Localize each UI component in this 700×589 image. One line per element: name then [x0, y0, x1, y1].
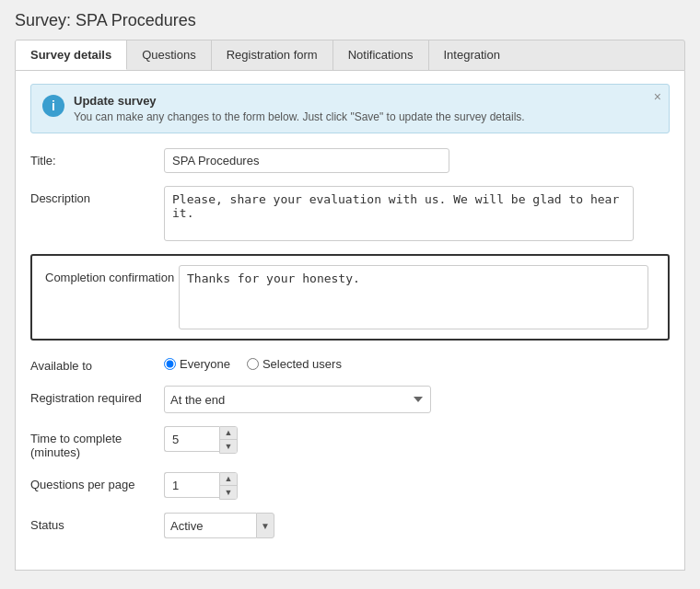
radio-everyone-input[interactable]	[164, 358, 176, 370]
completion-label: Completion confirmation	[45, 265, 179, 284]
available-label: Available to	[30, 353, 164, 373]
description-textarea[interactable]: Please, share your evaluation with us. W…	[164, 186, 634, 241]
questions-input[interactable]	[164, 472, 219, 498]
banner-message: You can make any changes to the form bel…	[74, 110, 525, 123]
radio-selected-users[interactable]: Selected users	[247, 357, 342, 371]
registration-row: Registration required At the end At the …	[30, 386, 670, 413]
tab-notifications[interactable]: Notifications	[333, 40, 429, 70]
tab-registration-form[interactable]: Registration form	[212, 40, 333, 70]
status-select-wrapper: Active Inactive ▼	[164, 513, 274, 538]
radio-everyone-label: Everyone	[180, 357, 230, 371]
registration-label: Registration required	[30, 386, 164, 405]
radio-everyone[interactable]: Everyone	[164, 357, 230, 371]
status-label: Status	[30, 513, 164, 532]
tab-survey-details[interactable]: Survey details	[16, 40, 127, 70]
title-label: Title:	[30, 148, 164, 167]
info-text: Update survey You can make any changes t…	[74, 94, 525, 123]
content-area: i Update survey You can make any changes…	[15, 71, 685, 571]
questions-up-button[interactable]: ▲	[220, 473, 237, 486]
page-wrapper: Survey: SPA Procedures Survey details Qu…	[0, 0, 700, 582]
questions-label: Questions per page	[30, 472, 164, 491]
time-row: Time to complete(minutes) ▲ ▼	[30, 426, 670, 459]
status-select[interactable]: Active Inactive	[164, 513, 256, 538]
tabs-bar: Survey details Questions Registration fo…	[15, 40, 685, 71]
tab-questions[interactable]: Questions	[127, 40, 212, 70]
title-input[interactable]	[164, 148, 449, 173]
completion-section: Completion confirmation Thanks for your …	[30, 254, 670, 341]
info-icon: i	[42, 95, 64, 117]
banner-title: Update survey	[74, 94, 525, 108]
time-label: Time to complete(minutes)	[30, 426, 164, 459]
status-row: Status Active Inactive ▼	[30, 513, 670, 538]
questions-spinner-buttons: ▲ ▼	[219, 472, 238, 500]
close-banner-button[interactable]: ×	[654, 90, 661, 103]
available-to-row: Available to Everyone Selected users	[30, 353, 670, 373]
status-dropdown-arrow[interactable]: ▼	[256, 513, 274, 538]
info-banner: i Update survey You can make any changes…	[30, 84, 670, 133]
title-row: Title:	[30, 148, 670, 173]
time-spinner-buttons: ▲ ▼	[219, 426, 238, 454]
questions-row: Questions per page ▲ ▼	[30, 472, 670, 500]
page-title: Survey: SPA Procedures	[15, 11, 685, 30]
description-label: Description	[30, 186, 164, 205]
radio-selected-users-label: Selected users	[262, 357, 342, 371]
time-up-button[interactable]: ▲	[220, 427, 237, 440]
time-down-button[interactable]: ▼	[220, 440, 237, 453]
radio-group: Everyone Selected users	[164, 353, 342, 371]
questions-spinner: ▲ ▼	[164, 472, 238, 500]
questions-down-button[interactable]: ▼	[220, 486, 237, 499]
time-spinner: ▲ ▼	[164, 426, 238, 454]
description-row: Description Please, share your evaluatio…	[30, 186, 670, 241]
time-input[interactable]	[164, 426, 219, 452]
registration-select[interactable]: At the end At the start No	[164, 386, 431, 413]
tab-integration[interactable]: Integration	[429, 40, 515, 70]
radio-selected-users-input[interactable]	[247, 358, 259, 370]
completion-textarea[interactable]: Thanks for your honesty.	[179, 265, 648, 329]
